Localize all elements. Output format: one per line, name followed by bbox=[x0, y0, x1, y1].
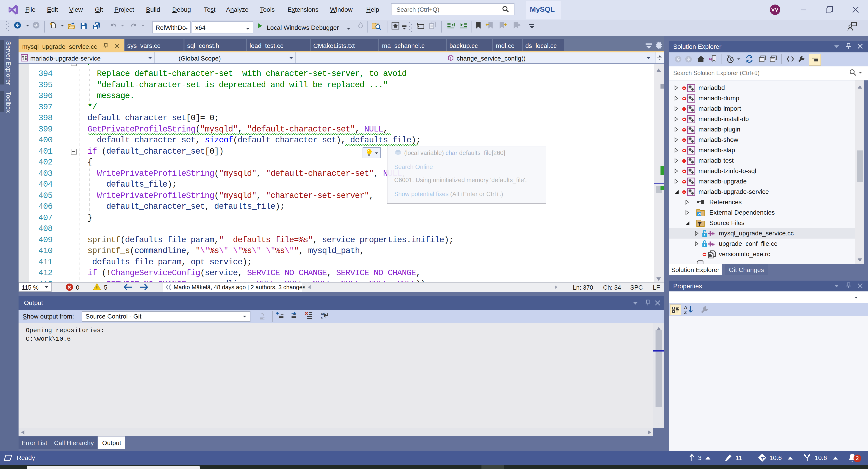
svg-text:Z: Z bbox=[684, 310, 687, 314]
svg-text:A: A bbox=[684, 305, 687, 310]
svg-text:c: c bbox=[321, 315, 323, 319]
